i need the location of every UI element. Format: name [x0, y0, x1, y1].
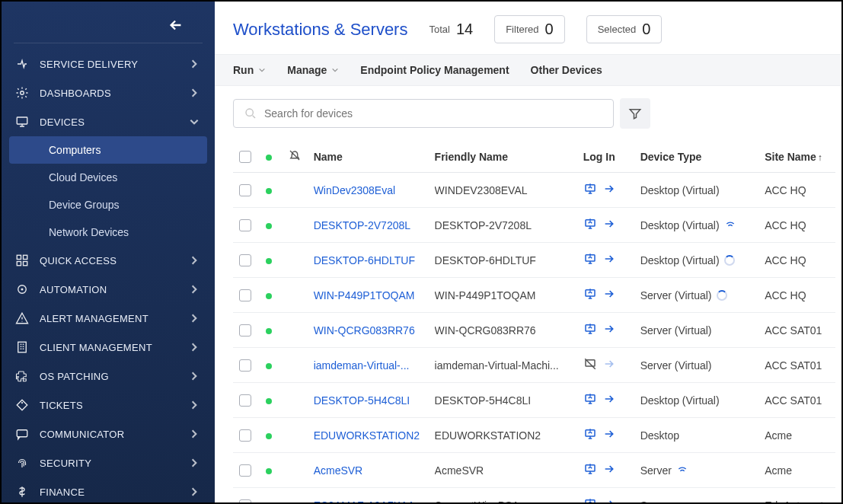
col-login[interactable]: Log In — [577, 141, 634, 173]
open-arrow-icon[interactable] — [603, 393, 615, 407]
page-title: Workstations & Servers — [233, 20, 407, 40]
search-input[interactable] — [264, 107, 602, 120]
device-name-link[interactable]: DESKTOP-5H4C8LI — [314, 394, 410, 407]
web-login-icon[interactable] — [583, 322, 597, 338]
tool-run[interactable]: Run — [233, 64, 266, 76]
open-arrow-icon[interactable] — [603, 358, 615, 372]
device-table: Name Friendly Name Log In Device Type Si… — [233, 141, 835, 502]
nav-item-chat[interactable]: COMMUNICATOR — [2, 419, 215, 448]
device-name-link[interactable]: EDUWORKSTATION2 — [314, 429, 420, 442]
nav-item-grid[interactable]: QUICK ACCESS — [2, 246, 215, 275]
col-dtype[interactable]: Device Type — [634, 141, 759, 173]
site-name: Acme — [758, 453, 835, 488]
friendly-name: WIN-QCRG083RR76 — [435, 324, 571, 337]
col-friendly[interactable]: Friendly Name — [429, 141, 577, 173]
open-arrow-icon[interactable] — [603, 323, 615, 337]
web-login-icon[interactable] — [583, 252, 597, 268]
web-login-icon[interactable] — [583, 462, 597, 478]
wifi-icon — [676, 463, 688, 477]
device-name-link[interactable]: DESKTOP-2V7208L — [314, 219, 410, 231]
nav-subitem[interactable]: Device Groups — [9, 191, 207, 219]
nav-item-puzzle[interactable]: OS PATCHING — [2, 362, 215, 391]
nav-item-cog[interactable]: AUTOMATION — [2, 275, 215, 304]
nav-item-service[interactable]: SERVICE DELIVERY — [2, 49, 215, 78]
nav-item-fingerprint[interactable]: SECURITY — [2, 448, 215, 477]
open-arrow-icon[interactable] — [603, 498, 615, 502]
chevron-right-icon — [189, 458, 200, 468]
col-name[interactable]: Name — [308, 141, 429, 173]
device-name-link[interactable]: DESKTOP-6HDLTUF — [314, 254, 415, 266]
service-icon — [15, 57, 29, 71]
login-cell — [583, 322, 628, 338]
filter-button[interactable] — [620, 98, 650, 129]
device-name-link[interactable]: WIN-P449P1TOQAM — [314, 289, 415, 301]
tool-epm[interactable]: Endpoint Policy Management — [360, 64, 509, 76]
web-login-icon[interactable] — [583, 392, 597, 408]
web-login-icon[interactable] — [583, 182, 597, 198]
select-all-checkbox[interactable] — [239, 151, 251, 163]
row-checkbox[interactable] — [239, 184, 251, 196]
building-icon — [15, 340, 29, 354]
open-arrow-icon[interactable] — [603, 183, 615, 197]
tool-run-label: Run — [233, 64, 254, 76]
open-arrow-icon[interactable] — [603, 428, 615, 442]
open-arrow-icon[interactable] — [603, 288, 615, 302]
stat-filtered[interactable]: Filtered 0 — [494, 15, 564, 43]
row-checkbox[interactable] — [239, 289, 251, 301]
nav-subitem[interactable]: Network Devices — [9, 219, 207, 246]
toolbar: Run Manage Endpoint Policy Management Ot… — [215, 54, 841, 86]
row-checkbox[interactable] — [239, 429, 251, 442]
back-arrow-icon[interactable] — [168, 17, 184, 33]
login-cell — [583, 217, 628, 233]
nav-subitem[interactable]: Computers — [9, 136, 207, 164]
page-header: Workstations & Servers Total 14 Filtered… — [215, 2, 841, 54]
search-row — [215, 86, 841, 141]
nav-item-dollar[interactable]: FINANCE — [2, 477, 215, 504]
chevron-right-icon — [189, 255, 200, 266]
device-name-link[interactable]: WIN-QCRG083RR76 — [314, 324, 415, 337]
search-box[interactable] — [233, 99, 614, 128]
tool-manage[interactable]: Manage — [287, 64, 339, 76]
svg-rect-1 — [17, 117, 27, 124]
nav-subitem[interactable]: Cloud Devices — [9, 164, 207, 191]
device-name-link[interactable]: EC2AMAZ-A9A7KAA — [314, 499, 415, 503]
device-name-link[interactable]: WinDev2308Eval — [314, 184, 395, 196]
open-arrow-icon[interactable] — [603, 463, 615, 477]
login-cell — [583, 287, 628, 303]
open-arrow-icon[interactable] — [603, 253, 615, 267]
tool-other[interactable]: Other Devices — [531, 64, 602, 76]
web-login-icon[interactable] — [583, 497, 597, 502]
row-checkbox[interactable] — [239, 219, 251, 231]
nav-label: QUICK ACCESS — [40, 255, 189, 266]
nav-item-monitor[interactable]: DEVICES — [2, 107, 215, 136]
chevron-right-icon — [189, 59, 200, 69]
status-header-icon — [266, 155, 272, 161]
login-disabled-icon — [583, 357, 597, 373]
web-login-icon[interactable] — [583, 217, 597, 233]
stat-selected-label: Selected — [598, 24, 637, 35]
stat-selected[interactable]: Selected 0 — [586, 15, 663, 43]
svg-point-7 — [21, 289, 24, 291]
row-checkbox[interactable] — [239, 324, 251, 337]
row-checkbox[interactable] — [239, 394, 251, 407]
row-checkbox[interactable] — [239, 499, 251, 503]
filter-icon — [628, 107, 642, 120]
svg-point-0 — [21, 91, 24, 95]
device-name-link[interactable]: AcmeSVR — [314, 464, 363, 477]
nav-item-alert[interactable]: ALERT MANAGEMENT — [2, 304, 215, 333]
nav-item-building[interactable]: CLIENT MANAGEMENT — [2, 333, 215, 362]
web-login-icon[interactable] — [583, 427, 597, 443]
main-panel: Workstations & Servers Total 14 Filtered… — [215, 2, 841, 502]
device-name-link[interactable]: iamdeman-Virtual-... — [314, 359, 410, 372]
nav-item-gear[interactable]: DASHBOARDS — [2, 78, 215, 107]
web-login-icon[interactable] — [583, 287, 597, 303]
row-checkbox[interactable] — [239, 254, 251, 266]
nav-item-tag[interactable]: TICKETS — [2, 391, 215, 419]
open-arrow-icon[interactable] — [603, 218, 615, 232]
wifi-icon — [724, 218, 736, 232]
row-checkbox[interactable] — [239, 359, 251, 372]
table-row: EDUWORKSTATION2 EDUWORKSTATION2 Desktop … — [233, 418, 835, 453]
stat-filtered-value: 0 — [545, 21, 554, 38]
row-checkbox[interactable] — [239, 464, 251, 477]
col-site[interactable]: Site Name↑ — [758, 141, 835, 173]
